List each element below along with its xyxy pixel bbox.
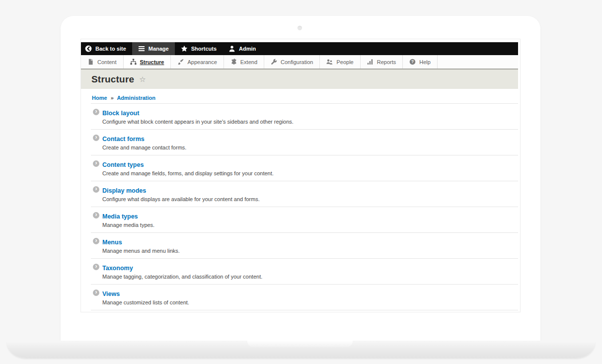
svg-text:?: ? (411, 59, 414, 64)
circled-chevron-icon: › (93, 212, 99, 218)
list-item-description: Manage menus and menu links. (102, 248, 180, 254)
question-icon: ? (409, 59, 416, 65)
circled-chevron-icon: › (93, 264, 99, 270)
bar-chart-icon (367, 59, 374, 65)
laptop-base-notch (247, 341, 353, 347)
list-item: › Menus Manage menus and menu links. (91, 233, 518, 259)
admin-toolbar: Back to site Manage Shortcuts Admin (81, 42, 518, 55)
tab-structure[interactable]: Structure (124, 55, 171, 69)
tab-appearance[interactable]: Appearance (171, 55, 224, 69)
tab-help[interactable]: ? Help (403, 55, 438, 69)
shortcuts-button[interactable]: Shortcuts (175, 42, 223, 55)
manage-button[interactable]: Manage (132, 42, 175, 55)
back-arrow-icon (85, 45, 92, 52)
list-item-description: Configure what block content appears in … (102, 119, 294, 125)
list-item-text: Contact forms Create and manage contact … (102, 134, 186, 150)
favorite-star-icon[interactable]: ☆ (139, 75, 146, 84)
tab-configuration[interactable]: Configuration (264, 55, 320, 69)
list-item-description: Configure what displays are available fo… (102, 196, 260, 202)
breadcrumb-link-administration[interactable]: Administration (117, 95, 155, 101)
toolbar-item-label: Admin (239, 46, 256, 52)
list-item-description: Manage tagging, categorization, and clas… (102, 274, 262, 280)
tab-label: Configuration (281, 59, 313, 65)
list-item-description: Manage media types. (102, 222, 154, 228)
list-item-link[interactable]: Views (102, 291, 120, 297)
tab-people[interactable]: People (320, 55, 360, 69)
list-item-text: Block layout Configure what block conten… (102, 108, 294, 125)
list-item-link[interactable]: Content types (102, 161, 144, 168)
puzzle-icon (230, 59, 237, 65)
structure-admin-list: › Block layout Configure what block cont… (91, 103, 518, 310)
toolbar-item-label: Shortcuts (191, 46, 217, 52)
tab-label: Content (97, 59, 117, 65)
list-item: › Block layout Configure what block cont… (91, 104, 518, 130)
paintbrush-icon (177, 59, 184, 65)
list-item: › Content types Create and manage fields… (91, 155, 518, 181)
list-item: › Media types Manage media types. (91, 207, 518, 233)
list-item-text: Media types Manage media types. (102, 212, 154, 228)
list-item: › Views Manage customized lists of conte… (91, 285, 518, 310)
page-title: Structure (91, 74, 134, 85)
laptop-screen: Back to site Manage Shortcuts Admin (80, 39, 521, 312)
people-icon (326, 59, 333, 65)
tab-label: Help (419, 59, 431, 65)
list-item-text: Content types Create and manage fields, … (102, 160, 274, 176)
list-item-text: Taxonomy Manage tagging, categorization,… (102, 263, 262, 280)
back-to-site-button[interactable]: Back to site (81, 42, 132, 55)
document-icon (87, 59, 94, 65)
circled-chevron-icon: › (93, 290, 99, 296)
tab-label: Appearance (187, 59, 217, 65)
list-item: › Contact forms Create and manage contac… (91, 130, 518, 155)
camera-icon (298, 26, 302, 30)
sitemap-icon (130, 59, 137, 65)
tab-label: Structure (140, 59, 164, 65)
tab-extend[interactable]: Extend (224, 55, 264, 69)
admin-tab-bar: Content Structure Appearance Extend (81, 55, 518, 69)
breadcrumb-link-home[interactable]: Home (92, 95, 107, 101)
list-item-text: Display modes Configure what displays ar… (102, 186, 260, 202)
circled-chevron-icon: › (93, 135, 99, 141)
circled-chevron-icon: › (93, 109, 99, 115)
user-icon (228, 45, 235, 52)
circled-chevron-icon: › (93, 160, 99, 167)
list-item-link[interactable]: Menus (102, 239, 122, 246)
list-item-description: Create and manage contact forms. (102, 145, 186, 150)
tab-label: Reports (377, 59, 396, 65)
tab-content[interactable]: Content (81, 55, 124, 69)
star-icon (181, 45, 188, 52)
page-header: Structure ☆ (81, 69, 518, 89)
toolbar-item-label: Manage (149, 46, 169, 52)
admin-user-button[interactable]: Admin (223, 42, 262, 55)
list-item: › Display modes Configure what displays … (91, 181, 518, 207)
breadcrumb-separator: » (111, 95, 114, 101)
tab-label: People (336, 59, 353, 65)
list-item-description: Create and manage fields, forms, and dis… (102, 170, 274, 176)
tab-reports[interactable]: Reports (361, 55, 403, 69)
breadcrumb: Home » Administration (92, 95, 155, 101)
tab-label: Extend (240, 59, 257, 65)
list-item-link[interactable]: Taxonomy (102, 265, 133, 272)
wrench-icon (271, 59, 277, 65)
list-item: › Taxonomy Manage tagging, categorizatio… (91, 259, 518, 285)
list-item-description: Manage customized lists of content. (102, 299, 189, 305)
list-item-text: Menus Manage menus and menu links. (102, 237, 180, 254)
list-item-text: Views Manage customized lists of content… (102, 289, 189, 305)
list-item-link[interactable]: Contact forms (102, 136, 145, 143)
list-item-link[interactable]: Display modes (102, 187, 146, 194)
toolbar-item-label: Back to site (95, 46, 126, 52)
list-item-link[interactable]: Block layout (102, 110, 139, 117)
circled-chevron-icon: › (93, 238, 99, 244)
circled-chevron-icon: › (93, 186, 99, 193)
list-item-link[interactable]: Media types (102, 213, 138, 220)
hamburger-icon (138, 45, 145, 52)
laptop-frame: Back to site Manage Shortcuts Admin (61, 16, 540, 341)
